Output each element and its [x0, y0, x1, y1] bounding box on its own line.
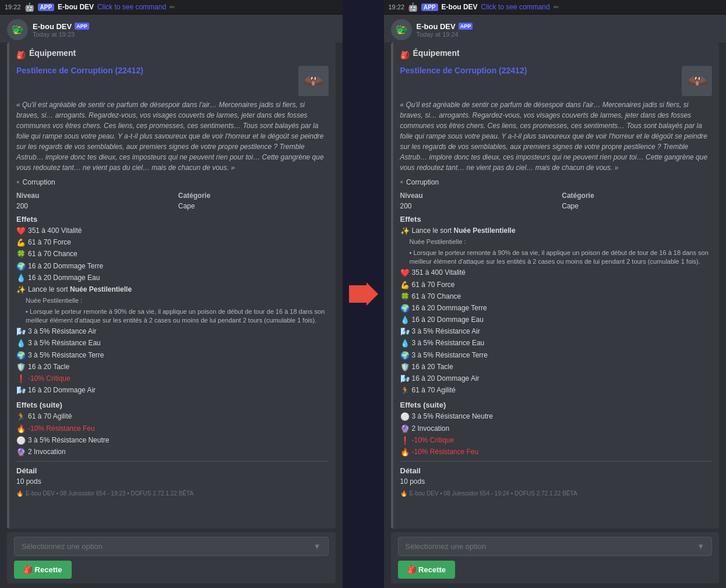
effect-icon: 💧 — [16, 338, 26, 349]
effect-text: 2 Invocation — [412, 424, 450, 434]
effect-text: 351 à 400 Vitalité — [412, 268, 466, 278]
bot-icon: 🤖 — [24, 2, 34, 12]
select-placeholder: Sélectionnez une option — [406, 542, 487, 551]
effect-text: -10% Résistance Feu — [412, 447, 479, 457]
item-card: 🎒ÉquipementPestilence de Corruption (224… — [7, 42, 336, 529]
author-name: E-bou DEV — [33, 22, 72, 31]
avatar: 🐲 — [7, 19, 28, 40]
effect-icon: 💧 — [400, 315, 410, 325]
effect-icon: 🌬️ — [16, 327, 26, 337]
section-icon: 🎒 — [400, 51, 410, 59]
effect-text: Lance le sort Nuée Pestilentielle — [28, 285, 132, 295]
select-dropdown[interactable]: Sélectionnez une option▼ — [14, 537, 329, 556]
message-meta: E-bou DEV APP Today at 19:23 — [33, 22, 89, 38]
effect-icon: 🌍 — [16, 350, 26, 361]
click-cmd[interactable]: Click to see command — [481, 3, 550, 11]
stat-value: Cape — [562, 202, 712, 210]
message-author: E-bou DEV APP — [33, 22, 89, 31]
author-badge: APP — [459, 23, 473, 30]
bot-name: E-bou DEV — [58, 3, 94, 11]
select-dropdown[interactable]: Sélectionnez une option▼ — [398, 537, 713, 556]
effect-text: 16 à 20 Dommage Terre — [28, 261, 103, 271]
effect-icon: 🔮 — [16, 447, 26, 458]
effect-text: 61 à 70 Chance — [28, 249, 77, 259]
edit-icon[interactable]: ✏ — [170, 3, 175, 11]
effect-icon: 💧 — [16, 273, 26, 284]
message-time: Today at 19:23 — [33, 31, 89, 38]
app-badge: APP — [421, 3, 438, 11]
footer-flame-icon: 🔥 — [400, 490, 407, 497]
message-header: 🐲 E-bou DEV APP Today at 19:24 — [384, 15, 727, 42]
effects-title: Effets — [16, 215, 329, 224]
effect-text: 16 à 20 Tacle — [28, 362, 69, 372]
effect-icon: 🛡️ — [16, 362, 26, 373]
svg-marker-0 — [349, 282, 378, 306]
effect-text: -10% Critique — [412, 435, 454, 445]
recette-button[interactable]: 🎒 Recette — [398, 561, 456, 579]
item-image: 🦇 — [682, 66, 712, 96]
top-bar: 19:22 🤖 APP E-bou DEV Click to see comma… — [384, 0, 727, 15]
item-quote: « Qu'il est agréable de sentir ce parfum… — [400, 100, 713, 173]
effect-icon: 🔥 — [16, 424, 26, 434]
title-row: Pestilence de Corruption (22412)🦇 — [400, 66, 713, 96]
effect-text: 16 à 20 Dommage Eau — [28, 273, 100, 283]
top-bar: 19:22 🤖 APP E-bou DEV Click to see comma… — [0, 0, 343, 15]
effect-icon: 🌍 — [400, 350, 410, 361]
edit-icon[interactable]: ✏ — [554, 3, 559, 11]
effect-text: 3 à 5% Résistance Air — [412, 327, 480, 336]
effect-icon: 🌍 — [400, 303, 410, 314]
time-label: 19:22 — [5, 3, 21, 10]
stat-label: Catégorie — [178, 192, 329, 200]
effect-text: Lance le sort Nuée Pestilentielle — [412, 226, 516, 236]
effect-icon: 🌬️ — [400, 327, 410, 337]
effect-text: 61 à 70 Force — [28, 238, 71, 247]
author-name: E-bou DEV — [417, 22, 456, 31]
detail-title: Détail — [16, 466, 329, 475]
card-footer: 🔥E-bou DEV • 08 Juinssidor 654 - 19:23 •… — [16, 490, 329, 497]
bot-name: E-bou DEV — [442, 3, 478, 11]
effect-icon: 🌬️ — [16, 385, 26, 396]
card-footer: 🔥E-bou DEV • 08 Juinssidor 654 - 19:24 •… — [400, 490, 713, 497]
click-cmd[interactable]: Click to see command — [97, 3, 166, 11]
effect-text: -10% Critique — [28, 374, 71, 384]
effect-text: 3 à 5% Résistance Air — [28, 327, 96, 336]
footer-text: E-bou DEV • 08 Juinssidor 654 - 19:24 • … — [410, 490, 577, 497]
panel-right: 19:22 🤖 APP E-bou DEV Click to see comma… — [384, 0, 727, 588]
app-badge: APP — [38, 3, 55, 11]
effect-icon: 🍀 — [16, 249, 26, 260]
stat-label: Niveau — [400, 192, 551, 200]
footer-text: E-bou DEV • 08 Juinssidor 654 - 19:23 • … — [26, 490, 193, 497]
stat-value: Cape — [178, 202, 329, 210]
stat-label: Niveau — [16, 192, 167, 200]
effect-icon: 🏃 — [16, 412, 26, 422]
select-placeholder: Sélectionnez une option — [22, 542, 103, 551]
effect-text: 61 à 70 Agilité — [412, 385, 456, 395]
effect-text: 61 à 70 Chance — [412, 292, 461, 302]
effect-icon: ❗ — [16, 374, 26, 384]
bottom-area: Sélectionnez une option▼🎒 Recette — [7, 532, 336, 583]
divider — [400, 461, 713, 462]
bullet-item: •Corruption — [16, 178, 329, 187]
recette-button[interactable]: 🎒 Recette — [14, 561, 72, 579]
time-label: 19:22 — [389, 3, 405, 10]
effects-suite-title: Effets (suite) — [400, 401, 713, 409]
effect-icon: 💪 — [400, 280, 410, 291]
detail-title: Détail — [400, 466, 713, 475]
bullet-text: Corruption — [406, 178, 439, 186]
effects-suite-title: Effets (suite) — [16, 401, 329, 409]
message-author: E-bou DEV APP — [417, 22, 473, 31]
effect-icon: 💧 — [400, 338, 410, 349]
effects-title: Effets — [400, 215, 713, 224]
item-title: Pestilence de Corruption (22412) — [16, 66, 143, 75]
effect-text: 61 à 70 Agilité — [28, 412, 72, 421]
effect-icon: 🛡️ — [400, 362, 410, 373]
effect-icon: 🔮 — [400, 424, 410, 434]
detail-value: 10 pods — [16, 477, 329, 486]
effect-text: 16 à 20 Dommage Air — [28, 385, 96, 395]
stat-label: Catégorie — [562, 192, 712, 200]
message-header: 🐲 E-bou DEV APP Today at 19:23 — [0, 15, 343, 42]
chevron-down-icon: ▼ — [697, 542, 704, 551]
effect-icon: ✨ — [16, 285, 26, 295]
effect-icon: 🏃 — [400, 385, 410, 396]
effect-icon: 💪 — [16, 238, 26, 248]
